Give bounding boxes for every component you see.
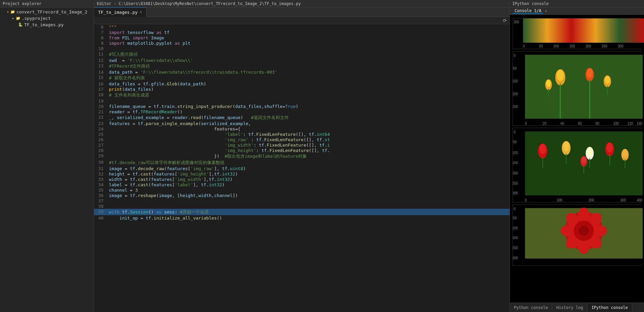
- folder-open-icon: ▾: [7, 10, 9, 14]
- code-line-10: 10: [94, 46, 510, 51]
- image-canvas-1: [513, 18, 644, 49]
- top-bar-console-title: IPython console: [510, 1, 644, 6]
- editor-tab-tf-images[interactable]: TF_to_images.py ×: [94, 7, 147, 17]
- image-panel-1: [513, 18, 641, 49]
- right-panel: Console 1/A × Python console Hi: [510, 7, 644, 312]
- root-folder-label: convert_TFrecord_to_Image_2: [16, 9, 87, 14]
- console-bottom-tabs: Python console History log IPython conso…: [510, 303, 644, 312]
- python-console-tab[interactable]: Python console: [510, 304, 552, 311]
- code-line-29: 29 }) #取出包含image和label的feature对象: [94, 153, 510, 159]
- top-bar-editor-title: Editor - C:\Users\83481\Desktop\MyResNet…: [94, 1, 510, 6]
- code-line-35: 35 channel = 3: [94, 187, 510, 193]
- code-line-39: 39 with tf.Session() as sess: #开始一个会话: [94, 209, 510, 215]
- code-line-22: 22 _, serialized_example = reader.read(f…: [94, 114, 510, 121]
- console-tab-close[interactable]: ×: [545, 8, 547, 13]
- code-line-23: 23 features = tf.parse_single_example(se…: [94, 121, 510, 126]
- code-line-8: 8 from PIL import Image: [94, 35, 510, 40]
- code-line-40: 40 init_op = tf.initialize_all_variables…: [94, 215, 510, 221]
- editor-toolbar: ⟳: [94, 17, 510, 24]
- tab-close-button[interactable]: ×: [139, 10, 142, 14]
- history-log-tab[interactable]: History log: [552, 304, 587, 311]
- code-line-11: 11 #写入图片路径: [94, 51, 510, 57]
- tree-item-py-file[interactable]: 🐍 TF_to_images.py: [0, 22, 94, 28]
- console-content[interactable]: [510, 15, 644, 303]
- code-line-17: 17 print(data_files): [94, 86, 510, 92]
- top-bar: Project explorer Editor - C:\Users\83481…: [0, 0, 644, 7]
- code-line-36: 36 image = tf.reshape(image, [height,wid…: [94, 193, 510, 198]
- folder-icon: 📁: [10, 10, 15, 14]
- folder-collapsed-icon: ▸: [12, 16, 14, 21]
- code-line-6: 6 """: [94, 24, 510, 30]
- image-panel-2: [513, 51, 641, 126]
- toolbar-icon-1[interactable]: ⟳: [503, 18, 507, 23]
- python-file-icon: 🐍: [18, 23, 23, 27]
- code-line-14: 14 data_path = 'F:\\flowersdata\\tfrecor…: [94, 69, 510, 75]
- code-line-21: 21 reader = tf.TFRecordReader(): [94, 109, 510, 114]
- code-line-12: 12 swd = 'F:\\flowersdata\\show\\': [94, 57, 510, 63]
- py-file-label: TF_to_images.py: [24, 22, 64, 27]
- code-line-33: 33 width = tf.cast(features['img_width']…: [94, 177, 510, 182]
- image-canvas-2: [513, 51, 644, 125]
- code-line-15: 15 # 获取文件名列表: [94, 75, 510, 81]
- code-lines: 6 """ 7 import tensorflow as tf 8 from P…: [94, 24, 510, 221]
- editor-tabs-bar: TF_to_images.py ×: [94, 7, 510, 17]
- code-line-7: 7 import tensorflow as tf: [94, 30, 510, 35]
- code-line-25: 25 'label': tf.FixedLenFeature([], tf.in…: [94, 131, 510, 137]
- code-line-19: 19: [94, 98, 510, 104]
- main-layout: ▾ 📁 convert_TFrecord_to_Image_2 ▸ 📁 .spy…: [0, 7, 644, 312]
- code-line-27: 27 'img_width': tf.FixedLenFeature([], t…: [94, 142, 510, 148]
- editor-panel: TF_to_images.py × ⟳ 6 """ 7 import tenso…: [94, 7, 510, 312]
- tab-filename: TF_to_images.py: [98, 10, 137, 15]
- image-panel-3: [513, 128, 641, 202]
- top-bar-project-title: Project explorer: [0, 1, 94, 6]
- image-canvas-4: [513, 205, 644, 265]
- code-line-30: 30 #tf.decode_raw可以将字符串解析成图像对应的像素数组: [94, 159, 510, 166]
- image-panel-4: [513, 204, 641, 266]
- code-line-28: 28 'img_height': tf.FixedLenFeature([], …: [94, 148, 510, 153]
- code-line-16: 16 data_files = tf.gfile.Glob(data_path): [94, 81, 510, 86]
- code-line-18: 18 # 文件名列表生成器: [94, 92, 510, 98]
- tree-item-spyproject[interactable]: ▸ 📁 .spyproject: [0, 15, 94, 22]
- console-top-bar: Console 1/A ×: [510, 7, 644, 15]
- code-line-26: 26 'img_raw' : tf.FixedLenFeature([], tf…: [94, 137, 510, 142]
- code-line-20: 20 filename_queue = tf.train.string_inpu…: [94, 104, 510, 109]
- code-line-24: 24 features={: [94, 126, 510, 131]
- code-line-13: 13 #TFRecord文件路径: [94, 63, 510, 69]
- code-line-32: 32 height = tf.cast(features['img_height…: [94, 171, 510, 177]
- spyproject-label: .spyproject: [22, 16, 51, 21]
- code-line-34: 34 label = tf.cast(features['label'], tf…: [94, 182, 510, 187]
- code-line-38: 38: [94, 203, 510, 209]
- image-canvas-3: [513, 128, 644, 202]
- editor-content[interactable]: 6 """ 7 import tensorflow as tf 8 from P…: [94, 24, 510, 312]
- tree-item-root-folder[interactable]: ▾ 📁 convert_TFrecord_to_Image_2: [0, 9, 94, 15]
- ipython-console-tab[interactable]: IPython console: [588, 304, 632, 311]
- project-explorer-panel: ▾ 📁 convert_TFrecord_to_Image_2 ▸ 📁 .spy…: [0, 7, 94, 312]
- console-tab[interactable]: Console 1/A: [513, 8, 543, 14]
- subfolder-icon: 📁: [16, 16, 21, 21]
- code-line-9: 9 import matplotlib.pyplot as plt: [94, 40, 510, 46]
- code-line-31: 31 image = tf.decode_raw(features['img_r…: [94, 166, 510, 171]
- code-line-37: 37: [94, 198, 510, 203]
